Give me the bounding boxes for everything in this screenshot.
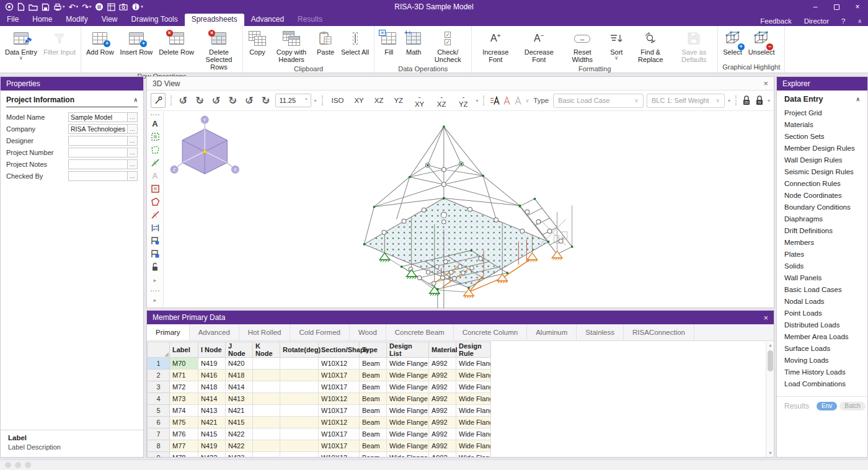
explorer-item[interactable]: Connection Rules (784, 178, 860, 190)
type-cell[interactable]: Beam (360, 405, 387, 417)
feedback-link[interactable]: Feedback (760, 17, 792, 25)
section-shape-cell[interactable]: W10X17 (319, 440, 360, 452)
row-number-cell[interactable]: 9 (148, 452, 170, 458)
angle-dropdown-icon[interactable]: ▾ (314, 98, 317, 104)
k-node-cell[interactable] (253, 452, 280, 458)
explorer-item[interactable]: Section Sets (784, 131, 860, 143)
close-view-icon[interactable]: × (763, 79, 768, 88)
explorer-item[interactable]: Boundary Conditions (784, 202, 860, 213)
material-cell[interactable]: A992 (429, 370, 456, 381)
explorer-item[interactable]: Materials (784, 119, 860, 131)
copy-with-headers-button[interactable]: Copy with Headers (270, 28, 313, 64)
col-design-rule[interactable]: Design Rule (456, 342, 491, 358)
rotate-plus-z-button[interactable]: ↺+Z (242, 94, 256, 107)
type-cell[interactable]: Beam (360, 370, 387, 381)
j-node-cell[interactable]: N422 (226, 440, 253, 452)
type-cell[interactable]: Beam (360, 381, 387, 393)
tab-advanced-sheet[interactable]: Advanced (190, 324, 239, 340)
design-list-cell[interactable]: Wide Flange (387, 428, 429, 440)
design-list-cell[interactable]: Wide Flange (387, 381, 429, 393)
tab-advanced[interactable]: Advanced (244, 14, 291, 26)
rotate-cell[interactable] (280, 370, 319, 381)
j-node-cell[interactable]: N415 (226, 417, 253, 428)
tab-home[interactable]: Home (25, 14, 59, 26)
corner-header[interactable] (148, 342, 170, 358)
i-node-cell[interactable]: N422 (198, 452, 226, 458)
point-loads-display-icon[interactable] (503, 96, 511, 105)
data-entry-button[interactable]: Data Entry ∨ (2, 28, 40, 69)
table-row[interactable]: 7 M76 N415 N422 W10X17 Beam Wide Flange … (148, 428, 491, 440)
reset-widths-button[interactable]: ↔ Reset Widths (560, 28, 604, 64)
tab-spreadsheets[interactable]: Spreadsheets (185, 14, 244, 26)
explorer-item[interactable]: Basic Load Cases (784, 284, 860, 296)
collapse-ribbon-button[interactable]: ∧ (857, 18, 862, 24)
col-design-list[interactable]: Design List (387, 342, 429, 358)
j-node-cell[interactable]: N414 (226, 381, 253, 393)
table-vertical-scrollbar[interactable]: ▲ ▼ (766, 342, 774, 457)
label-cell[interactable]: M73 (170, 393, 198, 405)
more-button[interactable]: … (128, 171, 138, 181)
j-node-cell[interactable]: N413 (226, 393, 253, 405)
explorer-item[interactable]: Solids (784, 260, 860, 272)
rotate-cell[interactable] (280, 393, 319, 405)
tab-risaconnection[interactable]: RISAConnection (624, 324, 694, 340)
print-icon[interactable]: ▾ (53, 2, 65, 12)
collapse-section-icon[interactable]: ∧ (133, 97, 138, 103)
tab-file[interactable]: File (0, 14, 25, 26)
table-row[interactable]: 9 M78 N422 N423 W10X12 Beam Wide Flange … (148, 452, 491, 458)
tab-concrete-column[interactable]: Concrete Column (454, 324, 527, 340)
scrollbar-thumb[interactable] (768, 350, 773, 371)
label-cell[interactable]: M77 (170, 440, 198, 452)
tab-hot-rolled[interactable]: Hot Rolled (239, 324, 291, 340)
col-label[interactable]: Label (170, 342, 198, 358)
project-notes-input[interactable] (68, 159, 128, 169)
row-number-cell[interactable]: 2 (148, 370, 170, 381)
explorer-item[interactable]: Member Area Loads (784, 331, 860, 343)
project-number-input[interactable] (68, 148, 128, 157)
design-rule-cell[interactable]: Wide Flange (456, 393, 491, 405)
design-rule-cell[interactable]: Wide Flange (456, 358, 491, 370)
rotate-cell[interactable] (280, 381, 319, 393)
lock-nodes-button[interactable]: N (755, 95, 764, 106)
rotate-minus-x-button[interactable]: ↻-X (193, 94, 206, 107)
load-type-select[interactable]: Basic Load Case∨ (553, 94, 644, 108)
row-number-cell[interactable]: 5 (148, 405, 170, 417)
col-rotate[interactable]: Rotate(deg) (280, 342, 319, 358)
row-number-cell[interactable]: 7 (148, 428, 170, 440)
design-rule-cell[interactable]: Wide Flange (456, 452, 491, 458)
i-node-cell[interactable]: N416 (198, 370, 226, 381)
k-node-cell[interactable] (253, 381, 280, 393)
table-row[interactable]: 4 M73 N414 N413 W10X12 Beam Wide Flange … (148, 393, 491, 405)
rotate-cell[interactable] (280, 428, 319, 440)
copy-button[interactable]: Copy (245, 28, 270, 64)
label-cell[interactable]: M72 (170, 381, 198, 393)
i-node-cell[interactable]: N418 (198, 381, 226, 393)
section-shape-cell[interactable]: W10X12 (319, 358, 360, 370)
sort-button[interactable]: Sort ∨ (604, 28, 629, 64)
type-cell[interactable]: Beam (360, 428, 387, 440)
design-list-cell[interactable]: Wide Flange (387, 393, 429, 405)
highlight-unselect-button[interactable]: − Unselect (745, 28, 778, 62)
close-spreadsheet-icon[interactable]: × (763, 313, 768, 322)
tab-stainless[interactable]: Stainless (577, 324, 624, 340)
section-shape-cell[interactable]: W10X12 (319, 393, 360, 405)
label-select-tool[interactable]: A (149, 117, 162, 130)
loads-dropdown-icon[interactable]: ∨ (525, 98, 529, 104)
i-node-cell[interactable]: N421 (198, 417, 226, 428)
rotation-angle-input[interactable]: 11.25° (275, 94, 311, 107)
tab-wood[interactable]: Wood (350, 324, 386, 340)
save-as-defaults-button[interactable]: Save as Defaults (672, 28, 715, 64)
table-row[interactable]: 8 M77 N419 N422 W10X17 Beam Wide Flange … (148, 440, 491, 452)
design-list-cell[interactable]: Wide Flange (387, 358, 429, 370)
explorer-item[interactable]: Project Grid (784, 107, 860, 119)
saved-selection-settings-tool[interactable] (149, 234, 162, 247)
tab-cold-formed[interactable]: Cold Formed (290, 324, 349, 340)
increase-font-button[interactable]: A+ Increase Font (474, 28, 517, 64)
k-node-cell[interactable] (253, 393, 280, 405)
label-cell[interactable]: M74 (170, 405, 198, 417)
env-toggle[interactable]: Env (817, 402, 837, 410)
model-canvas[interactable]: Y Z X (164, 112, 774, 308)
spacing-select-tool[interactable] (149, 221, 162, 234)
decrease-font-button[interactable]: A− Decrease Font (517, 28, 560, 64)
explorer-item[interactable]: Surface Loads (784, 343, 860, 355)
